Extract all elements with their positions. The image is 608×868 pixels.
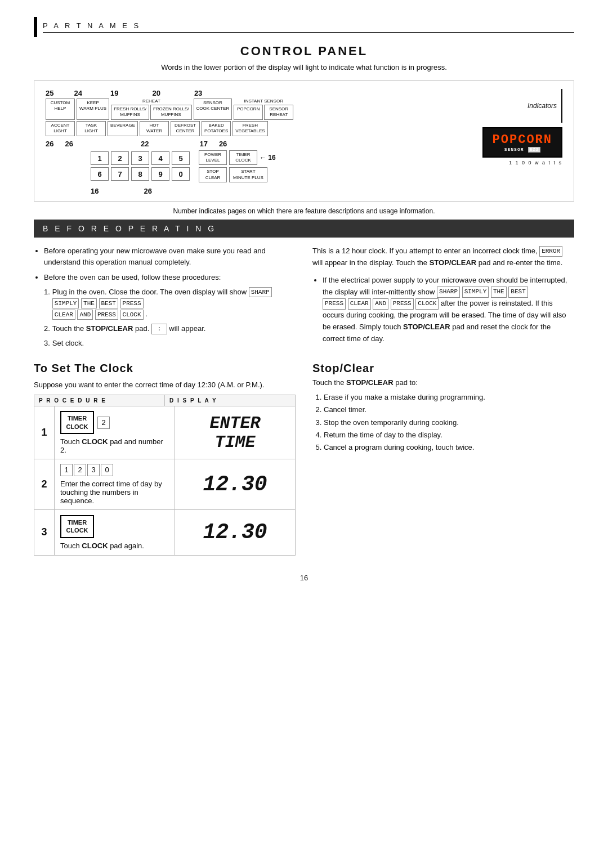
before-operating-title: B E F O R E O P E R A T I N G	[34, 220, 574, 238]
stop-clear-item-5: Cancel a program during cooking, touch t…	[324, 441, 574, 454]
bottom-layout: To Set The Clock Suppose you want to ent…	[34, 362, 574, 562]
panel-btn-popcorn[interactable]: POPCORN	[234, 105, 263, 120]
step-1-text: Plug in the oven. Close the door. The ov…	[52, 287, 296, 320]
set-clock-title: To Set The Clock	[34, 362, 296, 375]
panel-btn-task-light[interactable]: TASKLIGHT	[77, 121, 106, 136]
stop-clear-list: Erase if you make a mistake during progr…	[312, 391, 574, 453]
step-2-num: 2.	[44, 323, 50, 334]
proc-left-3: TIMERCLOCK Touch CLOCK pad again.	[55, 510, 175, 555]
display-clear: CLEAR	[52, 310, 75, 320]
proc-num-2: 2	[97, 417, 110, 429]
diagram-left: 25 24 19 20 23 CUSTOMHELP KEEPWARM PLUS …	[46, 89, 463, 195]
timer-clock-btn-diagram[interactable]: TIMERCLOCK	[229, 150, 257, 165]
indicators-label: Indicators	[527, 102, 557, 110]
numpad-4[interactable]: 4	[151, 151, 169, 165]
panel-btn-fresh-rolls[interactable]: FRESH ROLLS/MUFFINS	[111, 105, 149, 120]
stop-clear-title: Stop/Clear	[312, 362, 574, 375]
before-operating-content: Before operating your new microwave oven…	[34, 245, 574, 353]
sensor-badge: EZ2	[528, 147, 540, 153]
display-best: BEST	[99, 298, 118, 309]
proc-n0: 0	[101, 464, 113, 476]
panel-btn-defrost[interactable]: DEFROSTCENTER	[171, 121, 200, 136]
numpad-5[interactable]: 5	[172, 151, 190, 165]
display-clock: CLOCK	[120, 310, 144, 320]
panel-btn-custom-help[interactable]: CUSTOMHELP	[46, 99, 75, 120]
stop-clear-item-4: Return the time of day to the display.	[324, 429, 574, 441]
display-press2: PRESS	[95, 310, 118, 320]
display-sharp: SHARP	[249, 287, 272, 298]
panel-btn-baked-potatoes[interactable]: BAKEDPOTATOES	[202, 121, 231, 136]
num-26a: 26	[46, 140, 53, 148]
panel-btn-fresh-veg[interactable]: FRESHVEGETABLES	[233, 121, 267, 136]
r-best: BEST	[508, 287, 527, 298]
numpad-8[interactable]: 8	[131, 167, 149, 181]
set-clock-intro: Suppose you want to enter the correct ti…	[34, 381, 296, 389]
display-and: AND	[77, 310, 93, 320]
r-sharp: SHARP	[437, 287, 460, 298]
panel-btn-sensor-cook[interactable]: SENSORCOOK CENTER	[194, 99, 233, 120]
panel-btn-hot-water[interactable]: HOTWATER	[140, 121, 169, 136]
procedure-table: P R O C E D U R E D I S P L A Y 1 TIMERC…	[34, 395, 296, 556]
start-minute-plus-btn[interactable]: STARTMINUTE PLUS	[229, 167, 267, 182]
num-17: 17	[199, 140, 207, 148]
proc-desc-1: Touch CLOCK pad and number 2.	[60, 437, 169, 454]
part-names-label: P A R T N A M E S	[43, 21, 574, 33]
control-panel-subtitle: Words in the lower portion of the displa…	[34, 63, 574, 71]
proc-row-3: 3 TIMERCLOCK Touch CLOCK pad again. 12.3…	[34, 510, 295, 555]
display-press: PRESS	[120, 298, 144, 309]
diagram-right: Indicators POPCORN SENSOR EZ2 1 1 0 0 w …	[472, 89, 562, 195]
timer-clock-btn-1[interactable]: TIMERCLOCK	[60, 411, 94, 434]
stop-clear-btn[interactable]: STOPCLEAR	[199, 167, 227, 182]
step-3-num: 3.	[44, 338, 50, 349]
panel-btn-keep-warm[interactable]: KEEPWARM PLUS	[77, 99, 109, 120]
panel-btn-frozen-rolls[interactable]: FROZEN ROLLS/MUFFINS	[150, 105, 192, 120]
numpad-7[interactable]: 7	[111, 167, 129, 181]
step-num-2: 2	[34, 459, 55, 509]
step-1: 1. Plug in the oven. Close the door. The…	[44, 287, 296, 320]
set-clock-title-text: To Set The Clock	[34, 362, 133, 374]
r-press2: PRESS	[391, 298, 414, 310]
numpad-0[interactable]: 0	[172, 167, 190, 181]
proc-desc-2: Enter the correct time of day by touchin…	[60, 480, 169, 505]
proc-right-2: 12.30	[175, 459, 295, 509]
display-time: TIME	[214, 433, 255, 452]
step-2: 2. Touch the STOP/CLEAR pad. : will appe…	[44, 323, 296, 334]
step-2-text: Touch the STOP/CLEAR pad. : will appear.	[52, 323, 206, 334]
numpad-2[interactable]: 2	[111, 151, 129, 165]
stop-clear-item-2: Cancel timer.	[324, 404, 574, 416]
timer-clock-btn-3[interactable]: TIMERCLOCK	[60, 515, 94, 538]
numpad-3[interactable]: 3	[131, 151, 149, 165]
stop-clear-title-text: Stop/Clear	[312, 362, 374, 374]
lcd-panel-display: POPCORN SENSOR EZ2	[482, 127, 562, 158]
num-26c: 26	[219, 140, 227, 148]
r-the: THE	[491, 287, 507, 298]
display-text: POPCORN	[493, 133, 552, 147]
step-num-3: 3	[34, 510, 55, 555]
numpad-9[interactable]: 9	[151, 167, 169, 181]
panel-btn-accent-light[interactable]: ACCENTLIGHT	[46, 121, 75, 136]
proc-left-1: TIMERCLOCK 2 Touch CLOCK pad and number …	[55, 406, 175, 459]
page-number: 16	[34, 574, 574, 582]
panel-btn-beverage[interactable]: BEVERAGE	[108, 121, 138, 136]
sensor-label: SENSOR	[504, 147, 524, 152]
indicators-line	[561, 89, 562, 123]
numpad-1[interactable]: 1	[91, 151, 109, 165]
proc-row-1: 1 TIMERCLOCK 2 Touch CLOCK pad and numbe…	[34, 406, 295, 459]
num-20: 20	[152, 89, 160, 97]
proc-desc-3: Touch CLOCK pad again.	[60, 542, 169, 550]
r-clear: CLEAR	[348, 298, 371, 310]
power-level-btn[interactable]: POWERLEVEL	[199, 150, 227, 165]
bullet-2: Before the oven can be used, follow thes…	[44, 272, 296, 348]
num-22: 22	[141, 140, 149, 148]
proc-header-display: D I S P L A Y	[165, 395, 295, 406]
num-19: 19	[110, 89, 118, 97]
proc-n3: 3	[87, 464, 100, 476]
proc-n2: 2	[74, 464, 86, 476]
procedure-header: P R O C E D U R E D I S P L A Y	[34, 395, 295, 406]
step-3-text: Set clock.	[52, 338, 84, 349]
numpad-6[interactable]: 6	[91, 167, 109, 181]
num-23: 23	[194, 89, 202, 97]
proc-right-3: 12.30	[175, 510, 295, 555]
proc-right-1: ENTER TIME	[175, 406, 295, 459]
panel-btn-sensor-reheat[interactable]: SENSORREHEAT	[264, 105, 293, 120]
